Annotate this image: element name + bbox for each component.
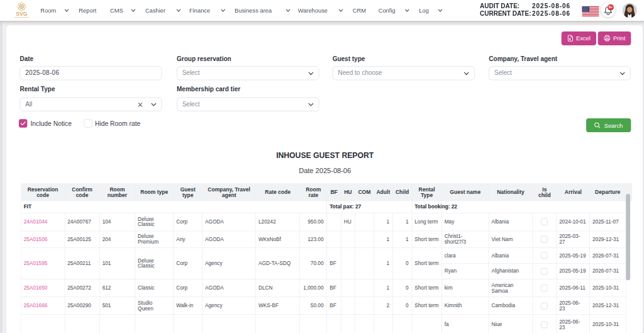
svg-text:SVG: SVG — [16, 11, 28, 17]
